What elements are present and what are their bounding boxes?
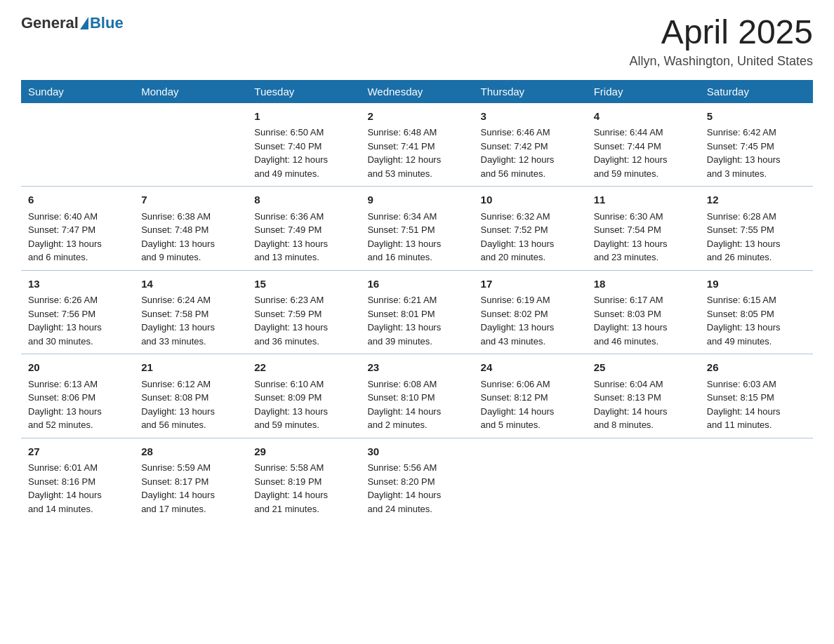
day-info: Sunrise: 6:17 AM Sunset: 8:03 PM Dayligh…	[594, 295, 668, 347]
calendar-cell: 2Sunrise: 6:48 AM Sunset: 7:41 PM Daylig…	[360, 103, 473, 187]
day-info: Sunrise: 6:13 AM Sunset: 8:06 PM Dayligh…	[28, 379, 102, 431]
week-row-3: 13Sunrise: 6:26 AM Sunset: 7:56 PM Dayli…	[21, 270, 813, 354]
day-info: Sunrise: 6:08 AM Sunset: 8:10 PM Dayligh…	[367, 379, 441, 431]
day-number: 22	[254, 360, 353, 376]
weekday-header-thursday: Thursday	[474, 80, 587, 103]
weekday-header-tuesday: Tuesday	[247, 80, 360, 103]
logo-general-text: General	[21, 14, 79, 32]
calendar-cell: 7Sunrise: 6:38 AM Sunset: 7:48 PM Daylig…	[134, 187, 247, 271]
calendar-cell: 19Sunrise: 6:15 AM Sunset: 8:05 PM Dayli…	[700, 270, 813, 354]
day-number: 1	[254, 109, 353, 125]
day-info: Sunrise: 6:23 AM Sunset: 7:59 PM Dayligh…	[254, 295, 328, 347]
calendar-cell: 16Sunrise: 6:21 AM Sunset: 8:01 PM Dayli…	[360, 270, 473, 354]
page-header: General Blue April 2025 Allyn, Washingto…	[21, 14, 813, 69]
day-number: 29	[254, 444, 353, 460]
day-number: 23	[367, 360, 466, 376]
week-row-2: 6Sunrise: 6:40 AM Sunset: 7:47 PM Daylig…	[21, 187, 813, 271]
day-info: Sunrise: 6:36 AM Sunset: 7:49 PM Dayligh…	[254, 211, 328, 263]
day-number: 17	[481, 276, 580, 293]
weekday-header-sunday: Sunday	[21, 80, 134, 103]
calendar-cell: 5Sunrise: 6:42 AM Sunset: 7:45 PM Daylig…	[700, 103, 813, 187]
day-number: 13	[28, 276, 127, 293]
day-info: Sunrise: 6:19 AM Sunset: 8:02 PM Dayligh…	[481, 295, 555, 347]
location-subtitle: Allyn, Washington, United States	[630, 54, 813, 69]
calendar-cell: 4Sunrise: 6:44 AM Sunset: 7:44 PM Daylig…	[587, 103, 700, 187]
calendar-cell: 8Sunrise: 6:36 AM Sunset: 7:49 PM Daylig…	[247, 187, 360, 271]
day-info: Sunrise: 6:32 AM Sunset: 7:52 PM Dayligh…	[481, 211, 555, 263]
day-info: Sunrise: 6:34 AM Sunset: 7:51 PM Dayligh…	[367, 211, 441, 263]
calendar-cell	[700, 438, 813, 521]
week-row-4: 20Sunrise: 6:13 AM Sunset: 8:06 PM Dayli…	[21, 354, 813, 438]
week-row-5: 27Sunrise: 6:01 AM Sunset: 8:16 PM Dayli…	[21, 438, 813, 521]
day-number: 30	[367, 444, 466, 460]
day-number: 3	[481, 109, 580, 125]
day-info: Sunrise: 6:24 AM Sunset: 7:58 PM Dayligh…	[141, 295, 215, 347]
day-number: 16	[367, 276, 466, 293]
day-info: Sunrise: 6:21 AM Sunset: 8:01 PM Dayligh…	[367, 295, 441, 347]
day-number: 20	[28, 360, 127, 376]
day-number: 11	[594, 192, 693, 208]
calendar-cell: 30Sunrise: 5:56 AM Sunset: 8:20 PM Dayli…	[360, 438, 473, 521]
day-info: Sunrise: 6:15 AM Sunset: 8:05 PM Dayligh…	[707, 295, 781, 347]
day-info: Sunrise: 6:12 AM Sunset: 8:08 PM Dayligh…	[141, 379, 215, 431]
calendar-cell: 1Sunrise: 6:50 AM Sunset: 7:40 PM Daylig…	[247, 103, 360, 187]
day-number: 5	[707, 109, 806, 125]
day-info: Sunrise: 6:03 AM Sunset: 8:15 PM Dayligh…	[707, 379, 781, 431]
day-info: Sunrise: 5:59 AM Sunset: 8:17 PM Dayligh…	[141, 462, 215, 514]
day-number: 10	[481, 192, 580, 208]
weekday-header-saturday: Saturday	[700, 80, 813, 103]
calendar-cell: 11Sunrise: 6:30 AM Sunset: 7:54 PM Dayli…	[587, 187, 700, 271]
day-number: 9	[367, 192, 466, 208]
day-info: Sunrise: 5:58 AM Sunset: 8:19 PM Dayligh…	[254, 462, 328, 514]
calendar-cell	[587, 438, 700, 521]
day-number: 12	[707, 192, 806, 208]
day-number: 15	[254, 276, 353, 293]
calendar-cell: 14Sunrise: 6:24 AM Sunset: 7:58 PM Dayli…	[134, 270, 247, 354]
day-number: 4	[594, 109, 693, 125]
day-info: Sunrise: 6:42 AM Sunset: 7:45 PM Dayligh…	[707, 127, 781, 179]
logo-triangle-icon	[80, 17, 88, 29]
day-info: Sunrise: 6:26 AM Sunset: 7:56 PM Dayligh…	[28, 295, 102, 347]
weekday-header-friday: Friday	[587, 80, 700, 103]
calendar-cell: 27Sunrise: 6:01 AM Sunset: 8:16 PM Dayli…	[21, 438, 134, 521]
day-number: 14	[141, 276, 240, 293]
weekday-header-wednesday: Wednesday	[360, 80, 473, 103]
calendar-cell: 26Sunrise: 6:03 AM Sunset: 8:15 PM Dayli…	[700, 354, 813, 438]
calendar-cell: 15Sunrise: 6:23 AM Sunset: 7:59 PM Dayli…	[247, 270, 360, 354]
day-info: Sunrise: 6:40 AM Sunset: 7:47 PM Dayligh…	[28, 211, 102, 263]
day-info: Sunrise: 6:30 AM Sunset: 7:54 PM Dayligh…	[594, 211, 668, 263]
calendar-cell: 10Sunrise: 6:32 AM Sunset: 7:52 PM Dayli…	[474, 187, 587, 271]
calendar-cell: 12Sunrise: 6:28 AM Sunset: 7:55 PM Dayli…	[700, 187, 813, 271]
title-block: April 2025 Allyn, Washington, United Sta…	[630, 14, 813, 69]
page-title: April 2025	[630, 14, 813, 51]
calendar-cell: 13Sunrise: 6:26 AM Sunset: 7:56 PM Dayli…	[21, 270, 134, 354]
calendar-cell: 25Sunrise: 6:04 AM Sunset: 8:13 PM Dayli…	[587, 354, 700, 438]
weekday-header-monday: Monday	[134, 80, 247, 103]
calendar-cell: 6Sunrise: 6:40 AM Sunset: 7:47 PM Daylig…	[21, 187, 134, 271]
day-info: Sunrise: 6:46 AM Sunset: 7:42 PM Dayligh…	[481, 127, 555, 179]
day-number: 24	[481, 360, 580, 376]
day-info: Sunrise: 6:50 AM Sunset: 7:40 PM Dayligh…	[254, 127, 328, 179]
calendar-cell: 22Sunrise: 6:10 AM Sunset: 8:09 PM Dayli…	[247, 354, 360, 438]
logo: General Blue	[21, 14, 124, 32]
calendar-cell: 17Sunrise: 6:19 AM Sunset: 8:02 PM Dayli…	[474, 270, 587, 354]
calendar-cell: 23Sunrise: 6:08 AM Sunset: 8:10 PM Dayli…	[360, 354, 473, 438]
calendar-cell: 20Sunrise: 6:13 AM Sunset: 8:06 PM Dayli…	[21, 354, 134, 438]
day-number: 26	[707, 360, 806, 376]
calendar-header: SundayMondayTuesdayWednesdayThursdayFrid…	[21, 80, 813, 103]
calendar-cell: 21Sunrise: 6:12 AM Sunset: 8:08 PM Dayli…	[134, 354, 247, 438]
calendar-cell	[21, 103, 134, 187]
calendar-cell: 9Sunrise: 6:34 AM Sunset: 7:51 PM Daylig…	[360, 187, 473, 271]
day-number: 28	[141, 444, 240, 460]
day-number: 18	[594, 276, 693, 293]
day-info: Sunrise: 6:28 AM Sunset: 7:55 PM Dayligh…	[707, 211, 781, 263]
calendar-cell	[134, 103, 247, 187]
calendar-cell: 29Sunrise: 5:58 AM Sunset: 8:19 PM Dayli…	[247, 438, 360, 521]
day-number: 6	[28, 192, 127, 208]
calendar-table: SundayMondayTuesdayWednesdayThursdayFrid…	[21, 80, 813, 522]
calendar-cell: 3Sunrise: 6:46 AM Sunset: 7:42 PM Daylig…	[474, 103, 587, 187]
day-number: 27	[28, 444, 127, 460]
day-number: 19	[707, 276, 806, 293]
day-info: Sunrise: 6:48 AM Sunset: 7:41 PM Dayligh…	[367, 127, 441, 179]
calendar-cell: 24Sunrise: 6:06 AM Sunset: 8:12 PM Dayli…	[474, 354, 587, 438]
